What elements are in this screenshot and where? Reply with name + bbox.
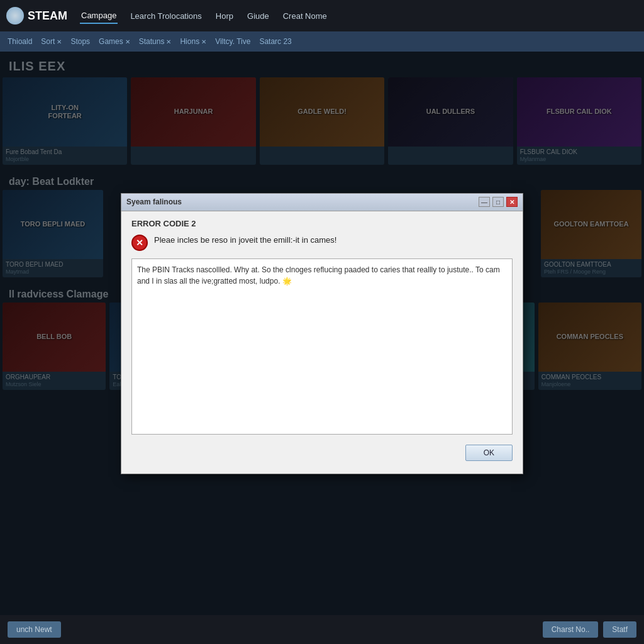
secondary-navigation: Thioald Sort✕ Stops Games✕ Statuns✕ Hion… bbox=[0, 31, 644, 52]
sec-nav-stops[interactable]: Stops bbox=[70, 37, 90, 46]
error-icon: ✕ bbox=[131, 235, 148, 251]
error-message-text: Pleae incles be reso in joveit the emill… bbox=[154, 235, 336, 246]
dialog-overlay: Syeam falinous — □ ✕ ERROR CODIE 2 ✕ Ple… bbox=[0, 52, 644, 615]
nav-item-creat[interactable]: Creat Nome bbox=[282, 9, 328, 23]
dialog-minimize-button[interactable]: — bbox=[479, 197, 490, 207]
sec-nav-statuns[interactable]: Statuns✕ bbox=[139, 37, 172, 46]
error-message-row: ✕ Pleae incles be reso in joveit the emi… bbox=[131, 235, 513, 251]
error-detail-text: The PBIN Tracks nascollled. Why at. So t… bbox=[137, 265, 500, 286]
sec-nav-hions[interactable]: Hions✕ bbox=[180, 37, 206, 46]
bottom-right-buttons: Charst No.. Statf bbox=[543, 621, 636, 638]
dialog-controls: — □ ✕ bbox=[479, 197, 518, 207]
steam-logo-text: STEAM bbox=[28, 9, 67, 23]
dialog-title: Syeam falinous bbox=[126, 197, 182, 206]
error-dialog: Syeam falinous — □ ✕ ERROR CODIE 2 ✕ Ple… bbox=[121, 193, 523, 474]
steam-logo: STEAM bbox=[6, 7, 67, 25]
error-code: ERROR CODIE 2 bbox=[131, 219, 513, 228]
nav-item-horp[interactable]: Horp bbox=[214, 9, 235, 23]
statf-button[interactable]: Statf bbox=[603, 621, 636, 638]
nav-item-giude[interactable]: Giude bbox=[246, 9, 270, 23]
dialog-footer: OK bbox=[131, 442, 513, 466]
nav-item-learch[interactable]: Learch Trolocations bbox=[129, 9, 203, 23]
main-content: ILIS EEX LITY-ONFORTEAR Fure Bobad Tent … bbox=[0, 52, 644, 615]
launch-news-button[interactable]: unch Newt bbox=[8, 621, 61, 638]
steam-logo-icon bbox=[6, 7, 24, 25]
nav-items: Campage Learch Trolocations Horp Giude C… bbox=[80, 8, 328, 24]
dialog-maximize-button[interactable]: □ bbox=[492, 197, 504, 207]
sec-nav-thioald[interactable]: Thioald bbox=[8, 37, 32, 46]
sec-nav-satarc[interactable]: Satarc 23 bbox=[259, 37, 291, 46]
dialog-close-button[interactable]: ✕ bbox=[506, 197, 518, 207]
ok-button[interactable]: OK bbox=[465, 445, 513, 461]
nav-item-campage[interactable]: Campage bbox=[80, 8, 118, 24]
sec-nav-viltcy[interactable]: Viltcy. Tive bbox=[215, 37, 250, 46]
sec-nav-games[interactable]: Games✕ bbox=[99, 37, 130, 46]
top-navigation: STEAM Campage Learch Trolocations Horp G… bbox=[0, 0, 644, 31]
charst-button[interactable]: Charst No.. bbox=[543, 621, 599, 638]
error-detail-box[interactable]: The PBIN Tracks nascollled. Why at. So t… bbox=[131, 258, 513, 435]
dialog-titlebar: Syeam falinous — □ ✕ bbox=[121, 194, 523, 211]
bottom-bar: unch Newt Charst No.. Statf bbox=[0, 615, 644, 644]
sec-nav-sort[interactable]: Sort✕ bbox=[41, 37, 62, 46]
dialog-body: ERROR CODIE 2 ✕ Pleae incles be reso in … bbox=[121, 211, 523, 474]
